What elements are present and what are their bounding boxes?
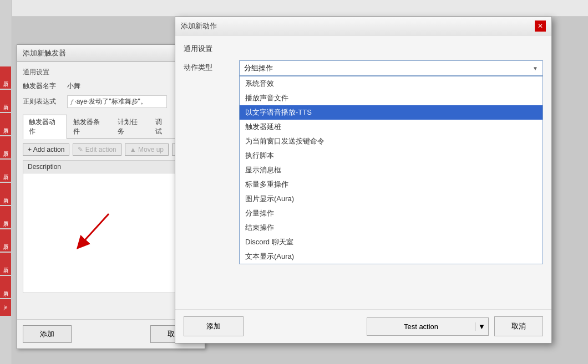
sidebar-strip-item[interactable]: 亲历 [0,113,11,135]
trigger-name-label: 触发器名字 [23,81,67,91]
dropdown-item-3[interactable]: 触发器延桩 [240,120,543,134]
trigger-name-value: 小舞 [67,81,80,91]
tabs-row: 触发器动作 触发器条件 计划任务 调试 描述 [23,115,199,139]
dropdown-item-6[interactable]: 显示消息框 [240,163,543,177]
add-action-dialog: 添加新动作 ✕ 通用设置 动作类型 分组操作 ▼ 系统音效 播放声音文件 以文字… [175,17,552,344]
dialog-cancel-button[interactable]: 取消 [494,316,543,336]
dropdown-item-12[interactable]: 文本显示(Aura) [240,249,543,264]
add-action-button[interactable]: + Add action [23,143,69,156]
bg-add-button[interactable]: 添加 [23,325,72,343]
dropdown-item-10[interactable]: 结束操作 [240,221,543,235]
general-settings-label: 通用设置 [23,68,199,77]
table-header: Description [23,161,199,173]
action-type-label: 动作类型 [184,60,239,73]
edit-action-button[interactable]: ✎ Edit action [73,143,121,156]
dialog-add-button[interactable]: 添加 [184,316,244,336]
test-action-button[interactable]: Test action ▼ [367,317,489,336]
dropdown-item-9[interactable]: 分量操作 [240,206,543,221]
action-toolbar: + Add action ✎ Edit action ▲ Move up ▼ [23,143,199,156]
action-type-row: 动作类型 分组操作 ▼ 系统音效 播放声音文件 以文字语音播放-TTS 触发器延… [184,60,543,264]
dropdown-item-11[interactable]: Discord 聊天室 [240,235,543,249]
sidebar-strip-item[interactable]: 亲历 [0,183,11,205]
tab-debug[interactable]: 调试 [149,115,174,139]
tab-trigger-conditions[interactable]: 触发器条件 [67,115,111,139]
left-sidebar: 亲历 亲历 亲历 亲历 亲历 亲历 亲历 亲历 亲历 亲历 je [0,0,12,364]
tab-scheduled-tasks[interactable]: 计划任务 [111,115,149,139]
action-type-field: 分组操作 ▼ 系统音效 播放声音文件 以文字语音播放-TTS 触发器延桩 为当前… [239,60,543,264]
dropdown-item-7[interactable]: 标量多重操作 [240,177,543,192]
dropdown-item-8[interactable]: 图片显示(Aura) [240,192,543,206]
dialog-general-settings: 通用设置 [184,44,543,54]
test-action-label: Test action [367,322,475,331]
dialog-title: 添加新动作 [181,21,217,31]
dropdown-item-5[interactable]: 执行脚本 [240,148,543,163]
action-table: Description [23,160,199,293]
sidebar-strip-item[interactable]: 亲历 [0,206,11,228]
sidebar-strip-item-je[interactable]: je [0,299,11,316]
top-bar [12,0,588,17]
sidebar-strip-item[interactable]: 亲历 [0,229,11,252]
dialog-body: 通用设置 动作类型 分组操作 ▼ 系统音效 播放声音文件 以文字语音播放-TTS… [175,35,551,278]
dropdown-item-0[interactable]: 系统音效 [240,76,543,91]
sidebar-strip-item[interactable]: 亲历 [0,160,11,182]
sidebar-strip-item[interactable]: 亲历 [0,66,11,89]
move-up-button[interactable]: ▲ Move up [125,143,169,156]
dialog-title-bar: 添加新动作 ✕ [175,17,551,35]
dialog-close-button[interactable]: ✕ [535,20,546,32]
regex-text: ·aye·发动了"标准舞步"。 [74,98,147,105]
trigger-title-text: 添加新触发器 [23,49,66,57]
dropdown-item-1[interactable]: 播放声音文件 [240,91,543,105]
dropdown-item-2[interactable]: 以文字语音播放-TTS [240,105,543,120]
action-type-select[interactable]: 分组操作 ▼ [239,60,543,76]
dropdown-item-4[interactable]: 为当前窗口发送按键命令 [240,134,543,148]
sidebar-strip-item[interactable]: 亲历 [0,136,11,158]
dialog-bottom-buttons: 添加 Test action ▼ 取消 [175,309,551,343]
sidebar-strip-item[interactable]: 亲历 [0,276,11,298]
select-arrow-icon: ▼ [533,65,538,71]
dropdown-item-13[interactable]: 日志消息 [240,264,543,264]
action-type-selected-value: 分组操作 [244,63,273,73]
tab-trigger-actions[interactable]: 触发器动作 [23,115,67,139]
sidebar-strip-item[interactable]: 亲历 [0,90,11,112]
test-action-dropdown-arrow[interactable]: ▼ [475,322,488,331]
regex-value: 𝑓 ·aye·发动了"标准舞步"。 [67,95,167,108]
sidebar-strip-item[interactable]: 亲历 [0,253,11,275]
regex-label: 正则表达式 [23,97,67,106]
action-type-dropdown[interactable]: 系统音效 播放声音文件 以文字语音播放-TTS 触发器延桩 为当前窗口发送按键命… [239,76,543,264]
